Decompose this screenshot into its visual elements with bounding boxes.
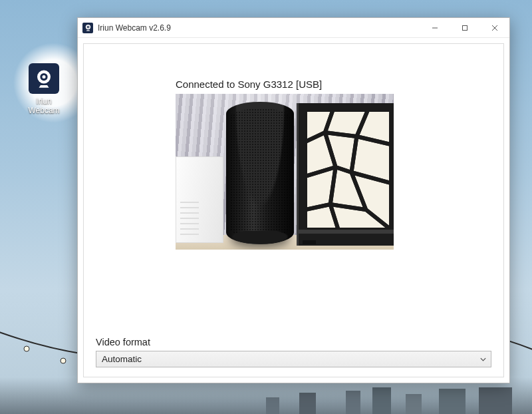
webcam-app-icon	[82, 23, 93, 33]
svg-point-14	[43, 75, 46, 79]
window-minimize-button[interactable]	[420, 18, 450, 38]
svg-point-17	[87, 27, 88, 28]
connection-status-text: Connected to Sony G3312 [USB]	[176, 79, 491, 90]
desktop-shortcut-iriun-webcam[interactable]: IriunWebcam	[20, 63, 68, 116]
webcam-app-icon	[29, 63, 59, 94]
app-window-iriun-webcam: Iriun Webcam v2.6.9 Connected to Sony G3…	[77, 17, 510, 383]
video-format-label: Video format	[96, 337, 491, 347]
video-format-selected-value: Automatic	[102, 354, 142, 364]
window-close-button[interactable]	[479, 18, 509, 38]
window-titlebar[interactable]: Iriun Webcam v2.6.9	[78, 18, 509, 38]
webcam-preview	[176, 94, 394, 250]
desktop-shortcut-label: IriunWebcam	[20, 97, 68, 116]
svg-point-0	[24, 346, 29, 351]
window-client-area: Connected to Sony G3312 [USB]	[83, 43, 504, 377]
svg-point-1	[61, 358, 66, 363]
svg-rect-19	[462, 25, 467, 30]
window-maximize-button[interactable]	[450, 18, 479, 38]
window-title: Iriun Webcam v2.6.9	[98, 23, 171, 33]
chevron-down-icon	[479, 355, 487, 363]
video-format-select[interactable]: Automatic	[96, 351, 491, 367]
